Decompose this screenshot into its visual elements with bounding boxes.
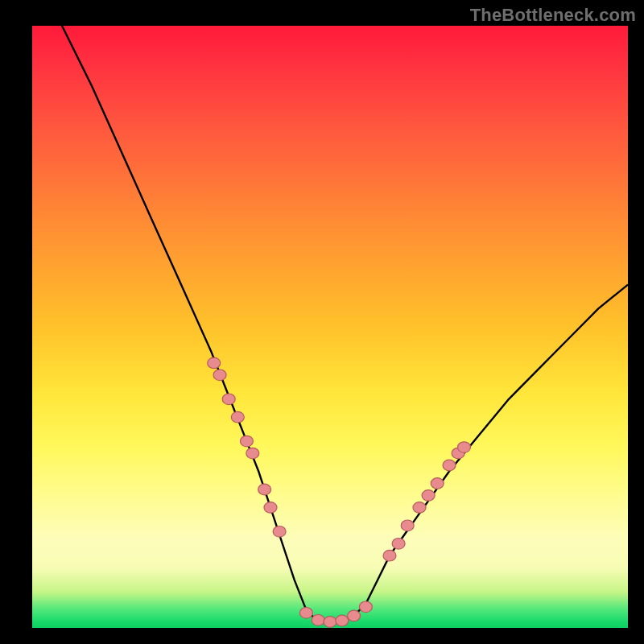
chart-svg: [32, 26, 628, 628]
data-dot: [348, 610, 361, 621]
data-dot: [383, 550, 396, 561]
data-dot: [401, 520, 414, 531]
data-dot: [258, 484, 271, 495]
data-dot: [273, 526, 286, 538]
data-dot: [240, 436, 253, 447]
dots-group-left: [208, 357, 286, 537]
data-dot: [443, 460, 456, 471]
data-dot: [222, 394, 235, 405]
data-dot: [231, 411, 244, 423]
dots-group-bottom: [299, 601, 372, 627]
data-dot: [324, 617, 336, 628]
data-dot: [431, 478, 444, 489]
data-dot: [299, 608, 312, 619]
data-dot: [208, 357, 221, 369]
curve-layer: [62, 26, 628, 622]
data-dot: [336, 615, 349, 626]
data-dot: [213, 369, 226, 381]
data-dot: [392, 539, 405, 550]
data-dot: [359, 601, 372, 613]
chart-frame: TheBottleneck.com: [0, 0, 644, 644]
data-dot: [458, 442, 471, 453]
data-dot: [312, 615, 324, 626]
data-dot: [422, 490, 435, 502]
watermark-text: TheBottleneck.com: [470, 5, 636, 26]
data-dot: [264, 502, 277, 514]
data-dot: [413, 502, 426, 514]
data-dot: [246, 448, 259, 459]
bottleneck-curve: [62, 26, 628, 622]
